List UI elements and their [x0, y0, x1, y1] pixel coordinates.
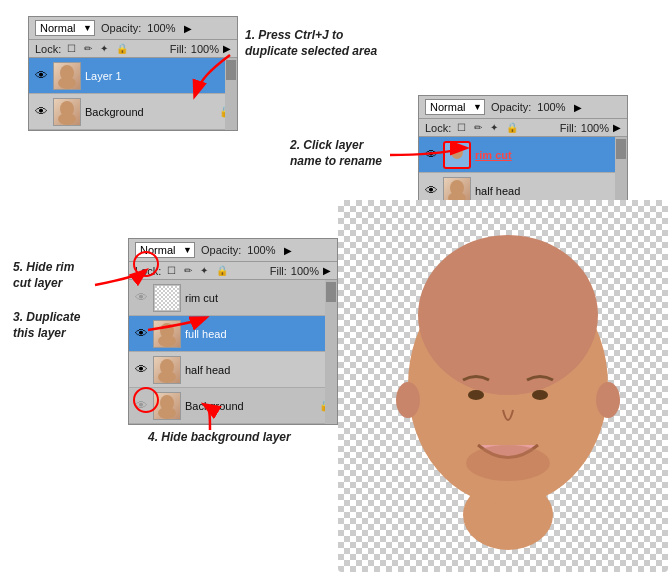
- layer-row-background1[interactable]: 👁 Background 🔒: [29, 94, 237, 130]
- panel2-header: Normal ▼ Opacity: 100% ▶: [419, 96, 627, 119]
- layer-name-halfhead3[interactable]: half head: [185, 364, 333, 376]
- fill-value-1: 100%: [191, 43, 219, 55]
- dropdown-arrow-3: ▼: [183, 245, 192, 255]
- layer-name-layer1[interactable]: Layer 1: [85, 70, 217, 82]
- eye-halfhead[interactable]: 👁: [423, 183, 439, 199]
- lock-draw-3[interactable]: ✦: [198, 264, 210, 277]
- scrollbar-thumb-2[interactable]: [616, 139, 626, 159]
- annotation-step4: 4. Hide background layer: [148, 430, 313, 446]
- eye-fullhead[interactable]: 👁: [133, 326, 149, 342]
- opacity-label-1: Opacity:: [101, 22, 141, 34]
- layer-row-halfhead3[interactable]: 👁 half head: [129, 352, 337, 388]
- lock-label-2: Lock:: [425, 122, 451, 134]
- fill-label-3: Fill:: [270, 265, 287, 277]
- lock-move-3[interactable]: ✏: [182, 264, 194, 277]
- lock-check-1[interactable]: ☐: [65, 42, 78, 55]
- layers-panel-1: Normal ▼ Opacity: 100% ▶ Lock: ☐ ✏ ✦ 🔒 F…: [28, 16, 238, 131]
- svg-point-19: [158, 371, 176, 383]
- opacity-label-3: Opacity:: [201, 244, 241, 256]
- scrollbar-thumb-1[interactable]: [226, 60, 236, 80]
- svg-point-17: [158, 335, 176, 347]
- eye-layer1[interactable]: 👁: [33, 68, 49, 84]
- head-photo-container: [368, 215, 648, 555]
- fill-arrow-1: ▶: [223, 43, 231, 54]
- layer-name-halfhead[interactable]: half head: [475, 185, 623, 197]
- eye-rimcut3[interactable]: 👁: [133, 290, 149, 306]
- annotation-step3: 3. Duplicatethis layer: [13, 310, 133, 341]
- thumb-background1: [53, 98, 81, 126]
- lock-move-2[interactable]: ✏: [472, 121, 484, 134]
- opacity-arrow-3: ▶: [284, 245, 292, 256]
- annotation-step2: 2. Click layername to rename: [290, 138, 440, 169]
- lock-check-2[interactable]: ☐: [455, 121, 468, 134]
- dropdown-arrow-2: ▼: [473, 102, 482, 112]
- svg-rect-15: [155, 286, 179, 310]
- annotation-step1: 1. Press Ctrl+J toduplicate selected are…: [245, 28, 435, 59]
- lock-draw-2[interactable]: ✦: [488, 121, 500, 134]
- layer-row-rimcut3[interactable]: 👁 rim cut: [129, 280, 337, 316]
- thumb-fullhead: [153, 320, 181, 348]
- thumb-rimcut3: [153, 284, 181, 312]
- thumb-rimcut: [443, 141, 471, 169]
- layer-row-fullhead[interactable]: 👁 full head: [129, 316, 337, 352]
- svg-point-27: [396, 382, 420, 418]
- svg-point-3: [58, 77, 76, 89]
- layer-name-rimcut[interactable]: rim cut: [475, 149, 623, 161]
- fill-value-2: 100%: [581, 122, 609, 134]
- eye-halfhead3[interactable]: 👁: [133, 362, 149, 378]
- lock-all-1[interactable]: 🔒: [114, 42, 130, 55]
- scrollbar-3[interactable]: [325, 280, 337, 424]
- svg-point-21: [158, 407, 176, 419]
- opacity-value-1: 100%: [147, 22, 175, 34]
- layer-name-background1[interactable]: Background: [85, 106, 215, 118]
- eye-background1[interactable]: 👁: [33, 104, 49, 120]
- panel2-toolbar: Lock: ☐ ✏ ✦ 🔒 Fill: 100% ▶: [419, 119, 627, 137]
- svg-point-7: [451, 145, 463, 159]
- fill-label-1: Fill:: [170, 43, 187, 55]
- panel3-toolbar: Lock: ☐ ✏ ✦ 🔒 Fill: 100% ▶: [129, 262, 337, 280]
- fill-arrow-3: ▶: [323, 265, 331, 276]
- scrollbar-thumb-3[interactable]: [326, 282, 336, 302]
- head-svg: [368, 215, 648, 555]
- lock-all-3[interactable]: 🔒: [214, 264, 230, 277]
- layer-name-rimcut3[interactable]: rim cut: [185, 292, 333, 304]
- panel3-header: Normal ▼ Opacity: 100% ▶: [129, 239, 337, 262]
- svg-point-28: [596, 382, 620, 418]
- lock-check-3[interactable]: ☐: [165, 264, 178, 277]
- scrollbar-1[interactable]: [225, 58, 237, 130]
- fill-label-2: Fill:: [560, 122, 577, 134]
- fill-arrow-2: ▶: [613, 122, 621, 133]
- svg-point-26: [532, 390, 548, 400]
- lock-label-1: Lock:: [35, 43, 61, 55]
- opacity-label-2: Opacity:: [491, 101, 531, 113]
- opacity-arrow-1: ▶: [184, 23, 192, 34]
- layer-name-background3[interactable]: Background: [185, 400, 315, 412]
- lock-label-3: Lock:: [135, 265, 161, 277]
- opacity-arrow-2: ▶: [574, 102, 582, 113]
- blend-mode-dropdown-2[interactable]: Normal ▼: [425, 99, 485, 115]
- svg-point-5: [58, 113, 76, 125]
- layers-panel-3: Normal ▼ Opacity: 100% ▶ Lock: ☐ ✏ ✦ 🔒 F…: [128, 238, 338, 425]
- layer-name-fullhead[interactable]: full head: [185, 328, 333, 340]
- thumb-halfhead3: [153, 356, 181, 384]
- lock-draw-1[interactable]: ✦: [98, 42, 110, 55]
- eye-background3[interactable]: 👁: [133, 398, 149, 414]
- layer-row-rimcut[interactable]: 👁 rim cut: [419, 137, 627, 173]
- thumb-background3: [153, 392, 181, 420]
- fill-value-3: 100%: [291, 265, 319, 277]
- blend-mode-dropdown-1[interactable]: Normal ▼: [35, 20, 95, 36]
- opacity-value-2: 100%: [537, 101, 565, 113]
- panel1-toolbar: Lock: ☐ ✏ ✦ 🔒 Fill: 100% ▶: [29, 40, 237, 58]
- dropdown-arrow-1: ▼: [83, 23, 92, 33]
- panel1-header: Normal ▼ Opacity: 100% ▶: [29, 17, 237, 40]
- lock-all-2[interactable]: 🔒: [504, 121, 520, 134]
- layer-row-background3[interactable]: 👁 Background 🔒: [129, 388, 337, 424]
- svg-point-25: [468, 390, 484, 400]
- thumb-layer1: [53, 62, 81, 90]
- svg-point-29: [466, 445, 550, 481]
- opacity-value-3: 100%: [247, 244, 275, 256]
- lock-move-1[interactable]: ✏: [82, 42, 94, 55]
- blend-mode-dropdown-3[interactable]: Normal ▼: [135, 242, 195, 258]
- annotation-step5: 5. Hide rimcut layer: [13, 260, 113, 291]
- layer-row-layer1[interactable]: 👁 Layer 1: [29, 58, 237, 94]
